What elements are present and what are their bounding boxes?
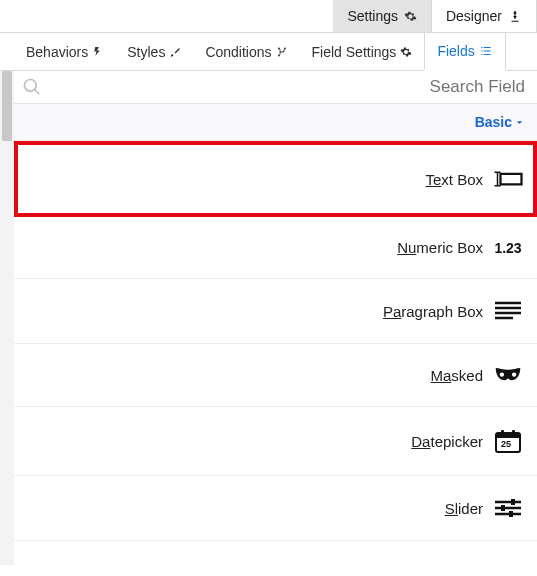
gear-icon [400, 46, 412, 58]
svg-rect-5 [501, 505, 505, 511]
tab-behaviors[interactable]: Behaviors [14, 34, 115, 70]
branch-icon [276, 46, 288, 58]
group-basic-label: Basic [475, 114, 512, 130]
settings-tab[interactable]: Settings [333, 0, 431, 32]
bolt-icon [92, 46, 103, 57]
tab-styles-label: Styles [127, 44, 165, 60]
field-item-label: Text Box [425, 171, 483, 188]
field-item-textbox[interactable]: Text Box [14, 141, 537, 217]
tab-field-settings-label: Field Settings [312, 44, 397, 60]
paragraph-icon [493, 301, 523, 321]
tab-behaviors-label: Behaviors [26, 44, 88, 60]
tab-field-settings[interactable]: Field Settings [300, 34, 425, 70]
fields-panel: Basic Text Box Numeric Box 1.23 Paragrap… [14, 71, 537, 565]
list-icon [479, 44, 493, 58]
svg-rect-3 [512, 430, 515, 436]
content-area: Basic Text Box Numeric Box 1.23 Paragrap… [0, 71, 537, 565]
tab-conditions[interactable]: Conditions [193, 34, 299, 70]
field-item-label: Masked [430, 367, 483, 384]
numeric-icon: 1.23 [493, 240, 523, 256]
scrollbar-thumb[interactable] [2, 71, 12, 141]
field-item-masked[interactable]: Masked [14, 344, 537, 407]
designer-icon [508, 9, 522, 23]
tab-fields-label: Fields [437, 43, 474, 59]
field-item-slider[interactable]: Slider [14, 476, 537, 541]
sub-tab-bar: Behaviors Styles Conditions Field Settin… [0, 33, 537, 71]
sliders-icon [493, 498, 523, 518]
search-row [14, 71, 537, 104]
designer-tab-label: Designer [446, 8, 502, 24]
field-item-datepicker[interactable]: Datepicker 25 [14, 407, 537, 476]
svg-rect-2 [501, 430, 504, 436]
field-item-label: Slider [445, 500, 483, 517]
brush-icon [169, 46, 181, 58]
field-item-paragraph[interactable]: Paragraph Box [14, 279, 537, 344]
svg-rect-6 [509, 511, 513, 517]
tab-fields[interactable]: Fields [424, 33, 505, 71]
field-item-label: Numeric Box [397, 239, 483, 256]
search-input[interactable] [50, 71, 537, 103]
chevron-down-icon [514, 117, 525, 128]
tab-conditions-label: Conditions [205, 44, 271, 60]
group-basic-header[interactable]: Basic [14, 104, 537, 141]
svg-rect-1 [496, 433, 520, 438]
top-bar: Settings Designer [0, 0, 537, 33]
calendar-icon: 25 [493, 429, 523, 453]
textbox-icon [493, 169, 523, 189]
settings-tab-label: Settings [347, 8, 398, 24]
search-icon [14, 71, 50, 103]
scrollbar-track[interactable] [0, 71, 14, 565]
designer-tab[interactable]: Designer [431, 0, 537, 32]
tab-styles[interactable]: Styles [115, 34, 193, 70]
svg-rect-4 [511, 499, 515, 505]
mask-icon [493, 366, 523, 384]
field-list: Text Box Numeric Box 1.23 Paragraph Box … [14, 141, 537, 565]
gear-icon [404, 10, 417, 23]
field-item-label: Datepicker [411, 433, 483, 450]
field-item-numeric[interactable]: Numeric Box 1.23 [14, 217, 537, 279]
field-item-label: Paragraph Box [383, 303, 483, 320]
